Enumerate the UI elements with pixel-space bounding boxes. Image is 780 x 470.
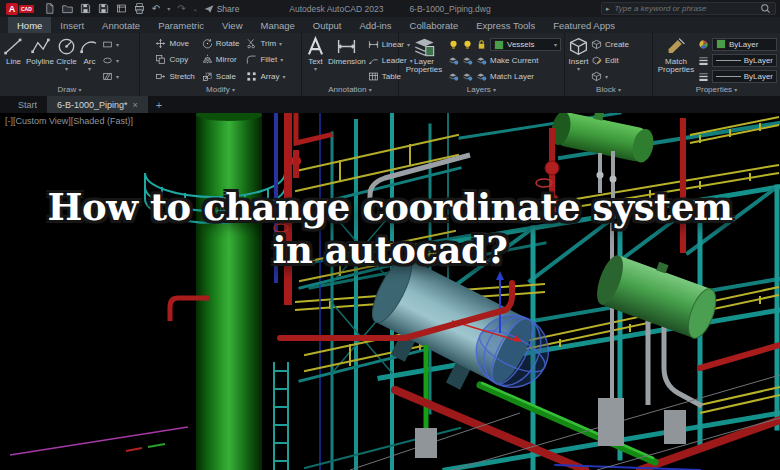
linetype-icon: [698, 71, 709, 82]
match-layer-button[interactable]: Match Layer: [448, 71, 561, 82]
linetype-dropdown[interactable]: ByLayer: [712, 70, 777, 83]
rectangle-button[interactable]: ▾: [102, 39, 119, 50]
layer-properties-icon: [414, 36, 435, 57]
tab-add-ins[interactable]: Add-ins: [350, 17, 400, 33]
viewport-controls[interactable]: [-][Custom View][Shaded (Fast)]: [5, 116, 133, 126]
trim-button[interactable]: Trim▾: [246, 35, 285, 52]
open-file-icon[interactable]: [62, 3, 73, 14]
line-button[interactable]: Line: [3, 35, 24, 85]
new-tab-button[interactable]: +: [148, 96, 170, 113]
linear-icon: [368, 39, 379, 50]
panel-label-layers[interactable]: Layers ▾: [399, 85, 564, 96]
table-icon: [368, 71, 379, 82]
layer-freeze-icon[interactable]: [462, 39, 473, 50]
search-icon[interactable]: [760, 3, 771, 14]
fillet-icon: [246, 54, 257, 65]
app-logo[interactable]: A CAD: [6, 3, 34, 15]
arc-button[interactable]: Arc▾: [79, 35, 100, 85]
tab-output[interactable]: Output: [304, 17, 351, 33]
polyline-button[interactable]: Polyline: [26, 35, 54, 85]
share-button[interactable]: Share: [204, 4, 240, 14]
layer-tool-icon: [448, 71, 459, 82]
block-more-button[interactable]: ▾: [591, 71, 629, 82]
hatch-button[interactable]: ▾: [102, 71, 119, 82]
circle-button[interactable]: Circle▾: [56, 35, 77, 85]
dimension-button[interactable]: Dimension: [328, 35, 366, 85]
autocad-logo-cad-label: CAD: [19, 5, 34, 13]
tab-insert[interactable]: Insert: [51, 17, 93, 33]
create-block-icon: [591, 39, 602, 50]
save-icon[interactable]: [80, 3, 91, 14]
undo-dropdown-icon[interactable]: ▾: [167, 5, 170, 12]
rectangle-icon: [102, 39, 113, 50]
plot-icon[interactable]: [116, 3, 127, 14]
autocad-window: A CAD ↶ ▾ ↷ ⌄ Share Autodesk AutoCAD 202…: [0, 0, 780, 470]
arc-icon: [79, 36, 100, 57]
file-tab-bar: Start 6-B-1000_Piping* × +: [0, 96, 780, 113]
caption-line-2: in autocad?: [0, 229, 780, 272]
rotate-button[interactable]: Rotate: [202, 35, 240, 52]
lineweight-preview: [716, 60, 741, 61]
new-file-icon[interactable]: [44, 3, 55, 14]
lineweight-dropdown[interactable]: ByLayer: [712, 54, 777, 67]
match-properties-button[interactable]: Match Properties: [656, 35, 696, 85]
panel-label-properties[interactable]: Properties ▾: [653, 85, 780, 96]
undo-button[interactable]: ↶: [152, 4, 160, 14]
polyline-icon: [30, 36, 51, 57]
share-plane-icon: [204, 4, 214, 14]
scale-button[interactable]: Scale: [202, 68, 240, 85]
drawing-viewport[interactable]: [-][Custom View][Shaded (Fast)]: [0, 113, 780, 470]
ribbon-tab-bar: Home Insert Annotate Parametric View Man…: [0, 17, 780, 33]
layer-lock-icon[interactable]: [476, 39, 487, 50]
print-icon[interactable]: [134, 3, 145, 14]
redo-button[interactable]: ↷: [177, 4, 185, 14]
layer-properties-button[interactable]: Layer Properties: [402, 35, 446, 85]
tab-manage[interactable]: Manage: [252, 17, 304, 33]
panel-label-annotation[interactable]: Annotation ▾: [302, 85, 398, 96]
create-block-button[interactable]: Create: [591, 39, 629, 50]
layer-on-icon[interactable]: [448, 39, 459, 50]
panel-properties: Match Properties ByLayer ByLayer: [653, 33, 780, 96]
tab-home[interactable]: Home: [8, 17, 51, 33]
array-button[interactable]: Array▾: [246, 68, 285, 85]
rotate-icon: [202, 38, 213, 49]
caption-overlay: How to change coordinate system in autoc…: [0, 186, 780, 272]
layer-select-dropdown[interactable]: Vessels ▾: [490, 38, 561, 51]
search-input[interactable]: ▸ Type a keyword or phrase: [601, 2, 776, 15]
insert-block-button[interactable]: Insert▾: [568, 35, 589, 85]
app-title: Autodesk AutoCAD 2023: [289, 4, 383, 14]
ellipse-icon: [102, 55, 113, 66]
object-color-dropdown[interactable]: ByLayer: [712, 38, 777, 51]
tab-annotate[interactable]: Annotate: [93, 17, 149, 33]
panel-label-block[interactable]: Block ▾: [565, 85, 652, 96]
mirror-button[interactable]: Mirror: [202, 52, 240, 69]
hatch-icon: [102, 71, 113, 82]
make-current-button[interactable]: Make Current: [448, 55, 561, 66]
tab-view[interactable]: View: [213, 17, 251, 33]
tab-featured-apps[interactable]: Featured Apps: [544, 17, 624, 33]
text-button[interactable]: Text▾: [305, 35, 326, 85]
panel-modify: Move Copy Stretch Rotate Mirror Scale Tr…: [140, 33, 302, 96]
copy-button[interactable]: Copy: [155, 52, 194, 69]
tab-collaborate[interactable]: Collaborate: [401, 17, 468, 33]
qat-overflow-icon[interactable]: ⌄: [193, 5, 198, 12]
match-properties-icon: [666, 36, 687, 57]
move-button[interactable]: Move: [155, 35, 194, 52]
edit-block-button[interactable]: Edit: [591, 55, 629, 66]
scale-icon: [202, 71, 213, 82]
ellipse-button[interactable]: ▾: [102, 55, 119, 66]
panel-draw: Line Polyline Circle▾ Arc▾ ▾ ▾ ▾ Draw ▾: [0, 33, 140, 96]
search-prompt-arrow-icon: ▸: [606, 5, 610, 13]
tab-express-tools[interactable]: Express Tools: [467, 17, 544, 33]
match-layer-icon: [476, 71, 487, 82]
fillet-button[interactable]: Fillet▾: [246, 52, 285, 69]
file-tab-start[interactable]: Start: [8, 96, 47, 113]
panel-label-draw[interactable]: Draw ▾: [0, 85, 139, 96]
color-wheel-icon: [698, 39, 709, 50]
panel-label-modify[interactable]: Modify ▾: [140, 85, 301, 96]
stretch-button[interactable]: Stretch: [155, 68, 194, 85]
close-tab-icon[interactable]: ×: [133, 100, 138, 110]
tab-parametric[interactable]: Parametric: [149, 17, 213, 33]
file-tab-document[interactable]: 6-B-1000_Piping* ×: [47, 96, 148, 113]
save-as-icon[interactable]: [98, 3, 109, 14]
